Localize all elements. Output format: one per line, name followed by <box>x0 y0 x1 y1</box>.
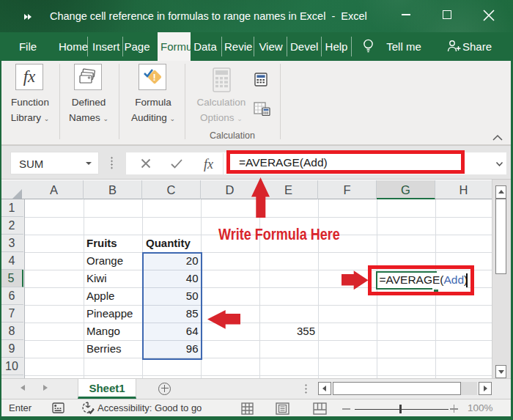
svg-text:!: ! <box>152 72 155 83</box>
